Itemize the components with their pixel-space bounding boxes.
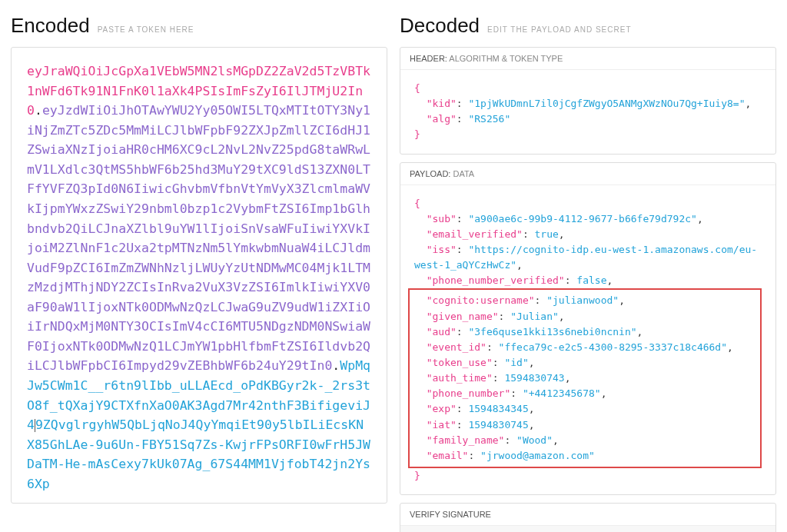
encoded-heading: Encoded PASTE A TOKEN HERE xyxy=(11,14,387,38)
encoded-panel: eyJraWQiOiJcGpXa1VEbW5MN2lsMGpDZ2ZaV2d5T… xyxy=(11,47,387,504)
payload-panel-label-rest: DATA xyxy=(450,169,474,178)
header-panel-label: HEADER: ALGORITHM & TOKEN TYPE xyxy=(400,48,775,70)
token-dot-1: . xyxy=(35,103,42,118)
encoded-token-editor[interactable]: eyJraWQiOiJcGpXa1VEbW5MN2lsMGpDZ2ZaV2d5T… xyxy=(12,48,387,503)
verify-panel-label: VERIFY SIGNATURE xyxy=(400,504,775,526)
header-panel-label-strong: HEADER: xyxy=(410,54,447,63)
encoded-column: Encoded PASTE A TOKEN HERE eyJraWQiOiJcG… xyxy=(11,6,387,532)
verify-panel: VERIFY SIGNATURE RSASHA256( base64UrlEnc… xyxy=(400,503,776,532)
header-panel-label-rest: ALGORITHM & TOKEN TYPE xyxy=(447,54,563,63)
payload-panel: PAYLOAD: DATA { "sub": "a900ae6c-99b9-41… xyxy=(400,162,776,496)
decoded-subtitle: EDIT THE PAYLOAD AND SECRET xyxy=(487,25,631,34)
token-signature-segment-b: 9ZQvglrgyhW5QbLjqNoJ4QyYmqiEt90y5lbILiEc… xyxy=(27,417,370,491)
verify-panel-label-strong: VERIFY SIGNATURE xyxy=(410,510,491,519)
verify-signature-content[interactable]: RSASHA256( base64UrlEncode(header) + "."… xyxy=(400,526,775,532)
decoded-heading: Decoded EDIT THE PAYLOAD AND SECRET xyxy=(400,14,776,38)
decoded-title: Decoded xyxy=(400,14,480,38)
decoded-column: Decoded EDIT THE PAYLOAD AND SECRET HEAD… xyxy=(400,6,776,532)
header-panel: HEADER: ALGORITHM & TOKEN TYPE { "kid": … xyxy=(400,47,776,155)
jwt-debugger-root: Encoded PASTE A TOKEN HERE eyJraWQiOiJcG… xyxy=(0,0,787,532)
payload-panel-label: PAYLOAD: DATA xyxy=(400,163,775,185)
encoded-title: Encoded xyxy=(11,14,90,38)
payload-highlighted-claims: "cognito:username": "julianwood", "given… xyxy=(408,288,762,468)
token-dot-2: . xyxy=(332,358,340,373)
token-payload-segment: eyJzdWIiOiJhOTAwYWU2Yy05OWI5LTQxMTItOTY3… xyxy=(27,103,370,373)
encoded-subtitle: PASTE A TOKEN HERE xyxy=(98,25,194,34)
payload-json-editor[interactable]: { "sub": "a900ae6c-99b9-4112-9677-b66fe7… xyxy=(400,185,775,495)
payload-panel-label-strong: PAYLOAD: xyxy=(410,169,450,178)
header-json-editor[interactable]: { "kid": "1pjWkUDmnL7il0jCgfZWgyO5ANMgXW… xyxy=(400,70,775,154)
